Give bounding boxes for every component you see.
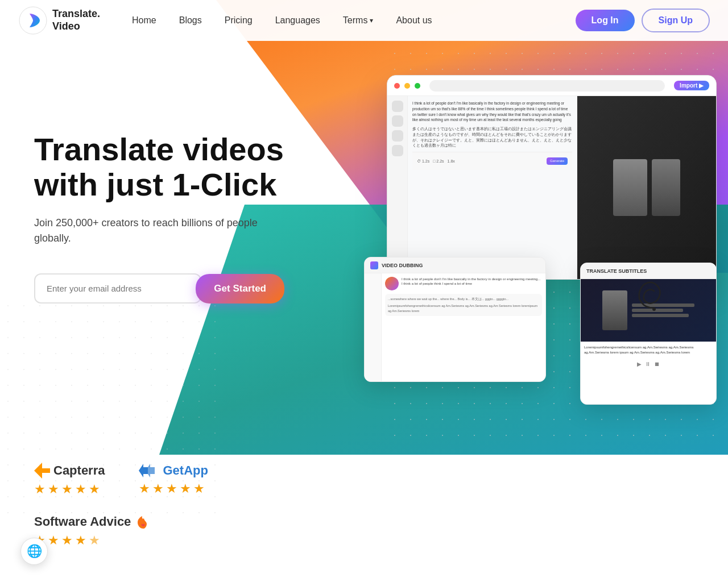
screenshot-sidebar <box>387 96 408 279</box>
capterra-brand: Capterra <box>34 463 105 479</box>
nav-about[interactable]: About us <box>387 11 441 30</box>
capterra-icon <box>34 463 50 479</box>
email-input[interactable] <box>34 273 201 304</box>
svg-marker-2 <box>34 463 50 479</box>
transcript-text-en: I think a lot of people don't I'm like b… <box>412 101 572 123</box>
capterra-rating: Capterra ★ ★ ★ ★ ★ <box>34 463 105 497</box>
dubbing-body: I think a lot of people don't I'm like b… <box>365 273 545 381</box>
nav-home[interactable]: Home <box>123 11 166 30</box>
star-1: ★ <box>139 481 150 496</box>
software-advice-rating: Software Advice ★ ★ ★ ★ ★ <box>34 514 151 548</box>
getapp-icon <box>139 464 158 477</box>
software-advice-icon <box>135 514 151 530</box>
star-5: ★ <box>193 481 205 496</box>
dubbing-speaker: I think a lot of people don't I'm like b… <box>385 277 542 290</box>
dubbing-transcript: ...somewhere where we wait up the... whe… <box>385 294 542 316</box>
play-video-button[interactable]: ▶ <box>637 360 642 368</box>
globe-icon: 🌐 <box>27 544 42 559</box>
hero-subtitle: Join 250,000+ creators to reach billions… <box>34 215 284 246</box>
star-2: ★ <box>152 481 164 496</box>
svg-point-1 <box>652 307 656 311</box>
speaker-avatar <box>385 277 399 290</box>
sidebar-item-4 <box>392 145 403 156</box>
screenshot-toolbar: Import ▶ <box>387 76 716 96</box>
video-image <box>577 96 716 279</box>
video-preview <box>577 96 716 279</box>
sa-star-4: ★ <box>75 533 86 548</box>
dubbing-icon <box>370 261 378 269</box>
capterra-name: Capterra <box>53 463 105 478</box>
ratings-section: Capterra ★ ★ ★ ★ ★ GetApp ★ ★ <box>0 463 728 548</box>
dubbing-playbar: ▶ 00:01:41 / 00:08:23 <box>365 381 545 382</box>
hero-cta: Get Started <box>34 273 284 304</box>
language-selector-button[interactable]: 🌐 <box>20 538 48 565</box>
decorative-swirl <box>631 268 677 314</box>
stop-video-button[interactable]: ⏹ <box>654 360 660 368</box>
logo-text: Translate. Video <box>52 8 100 32</box>
capterra-stars: ★ ★ ★ ★ ★ <box>34 482 100 497</box>
nav-links: Home Blogs Pricing Languages Terms ▾ Abo… <box>123 11 576 30</box>
timeline-label: ⏱ 1.2s <box>417 159 429 164</box>
nav-terms[interactable]: Terms ▾ <box>334 11 383 30</box>
dubbing-trans-text-2: Loremipsumfohengremethicslicensum ag Am.… <box>388 304 539 313</box>
hero-title: Translate videos with just 1-Click <box>34 132 284 202</box>
generate-button[interactable]: Generate <box>547 157 568 164</box>
star-2: ★ <box>48 482 59 497</box>
url-bar <box>429 80 665 92</box>
subtitles-text-area: Loremipsumfohengremethicslicensum ag.Am.… <box>581 342 716 374</box>
chevron-down-icon: ▾ <box>370 16 373 24</box>
getapp-rating: GetApp ★ ★ ★ ★ ★ <box>139 463 208 496</box>
pause-video-button[interactable]: ⏸ <box>645 360 651 368</box>
signup-button[interactable]: Sign Up <box>642 9 710 32</box>
getapp-stars: ★ ★ ★ ★ ★ <box>139 481 205 496</box>
getapp-brand: GetApp <box>139 463 208 478</box>
screenshot-main-content: I think a lot of people don't I'm like b… <box>408 96 716 279</box>
timeline-label-2: □ 2.2s <box>433 159 444 164</box>
getapp-name: GetApp <box>163 463 208 478</box>
star-4: ★ <box>180 481 191 496</box>
window-close-dot <box>394 83 400 89</box>
sub-controls: ▶ ⏸ ⏹ <box>584 357 713 371</box>
get-started-button[interactable]: Get Started <box>196 274 284 304</box>
timeline-label-3: 1.8x <box>448 159 455 164</box>
screenshot-body: I think a lot of people don't I'm like b… <box>387 96 716 279</box>
hero-screenshots: Import ▶ I think a lot of people don't I… <box>364 75 717 405</box>
login-button[interactable]: Log In <box>576 10 635 31</box>
nav-blogs[interactable]: Blogs <box>170 11 211 30</box>
window-maximize-dot <box>415 83 420 89</box>
nav-languages[interactable]: Languages <box>266 11 329 30</box>
star-4: ★ <box>75 482 86 497</box>
timeline-bar: ⏱ 1.2s □ 2.2s 1.8x Generate <box>412 152 572 170</box>
speaker-text: I think a lot of people don't I'm like b… <box>402 277 540 286</box>
dubbing-sidebar <box>365 273 382 381</box>
window-minimize-dot <box>404 83 410 89</box>
software-advice-brand: Software Advice <box>34 514 151 530</box>
sidebar-item-3 <box>392 130 403 142</box>
sa-star-5: ★ <box>89 533 100 548</box>
svg-marker-4 <box>146 464 155 477</box>
star-3: ★ <box>166 481 177 496</box>
navbar: Translate. Video Home Blogs Pricing Lang… <box>0 0 728 41</box>
dubbing-header: VIDEO DUBBING <box>365 257 545 273</box>
transcript-text-ja: 多くの人はそうではないと思います基本的に私は工場の設計またはエンジニアリング会議… <box>412 126 572 148</box>
sidebar-item-1 <box>392 101 403 112</box>
nav-pricing[interactable]: Pricing <box>216 11 262 30</box>
main-screenshot: Import ▶ I think a lot of people don't I… <box>387 75 717 280</box>
import-button[interactable]: Import ▶ <box>674 81 709 90</box>
sa-star-3: ★ <box>61 533 73 548</box>
logo-icon <box>18 6 48 35</box>
sa-star-2: ★ <box>48 533 59 548</box>
ratings-row: Capterra ★ ★ ★ ★ ★ GetApp ★ ★ <box>34 463 208 497</box>
hero-left: Translate videos with just 1-Click Join … <box>0 41 284 304</box>
software-advice-name: Software Advice <box>34 514 131 529</box>
logo[interactable]: Translate. Video <box>18 6 100 35</box>
star-1: ★ <box>34 482 46 497</box>
dubbing-label: VIDEO DUBBING <box>382 263 423 268</box>
transcript-area: I think a lot of people don't I'm like b… <box>408 96 577 279</box>
star-3: ★ <box>61 482 73 497</box>
dubbing-trans-text: ...somewhere where we wait up the... whe… <box>388 297 539 301</box>
sidebar-item-2 <box>392 115 403 127</box>
dubbing-card: VIDEO DUBBING I think a lot of people do… <box>364 257 546 382</box>
dubbing-content: I think a lot of people don't I'm like b… <box>382 273 545 381</box>
nav-actions: Log In Sign Up <box>576 9 710 32</box>
